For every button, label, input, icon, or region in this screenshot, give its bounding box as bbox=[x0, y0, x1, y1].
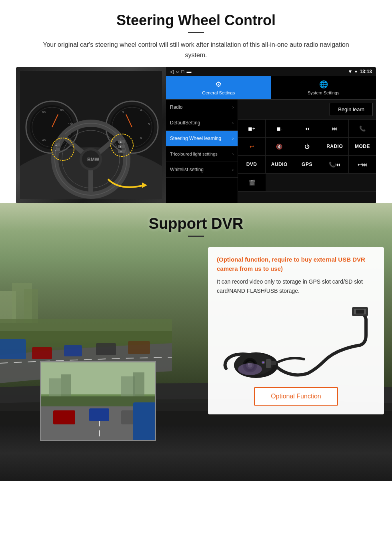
control-buttons: ◼+ ◼- ⏮ ⏭ 📞 ↩ 🔇 ⏻ RADIO MODE bbox=[238, 120, 376, 192]
mode-button[interactable]: MODE bbox=[349, 138, 376, 155]
menu-radio-label: Radio bbox=[170, 104, 182, 110]
svg-rect-65 bbox=[89, 408, 109, 421]
svg-rect-70 bbox=[356, 310, 364, 314]
svg-text:40: 40 bbox=[42, 138, 46, 142]
svg-point-80 bbox=[238, 363, 262, 375]
svg-rect-64 bbox=[53, 410, 75, 424]
dvr-optional-text: (Optional function, require to buy exter… bbox=[217, 255, 375, 273]
dvr-title-area: Support DVR bbox=[0, 203, 392, 237]
svg-text:6: 6 bbox=[140, 136, 142, 140]
phone-next-button[interactable]: ↩⏭ bbox=[349, 156, 376, 173]
menu-item-default-setting[interactable]: DefaultSetting › bbox=[166, 115, 238, 131]
svg-rect-59 bbox=[121, 376, 135, 396]
svg-rect-45 bbox=[24, 289, 38, 323]
svg-rect-49 bbox=[64, 345, 82, 356]
phone-prev-icon: 📞⏮ bbox=[329, 162, 340, 168]
settings-menu: Radio › DefaultSetting › Steering Wheel … bbox=[166, 100, 238, 203]
chevron-right-icon: › bbox=[232, 136, 234, 141]
settings-content: Begin learn ◼+ ◼- ⏮ ⏭ 📞 ↩ bbox=[238, 100, 376, 203]
tab-general-settings[interactable]: ⚙ General Settings bbox=[166, 76, 271, 99]
menu-whitelist-label: Whitelist setting bbox=[170, 167, 204, 172]
svg-text:4: 4 bbox=[140, 108, 142, 112]
svg-text:✕: ✕ bbox=[120, 150, 122, 153]
radio-button[interactable]: RADIO bbox=[321, 138, 349, 155]
steering-demo-panel: 60 80 100 120 40 3 4 5 6 2 bbox=[16, 67, 376, 203]
menu-steering-label: Steering Wheel learning bbox=[170, 136, 221, 141]
chevron-right-icon: › bbox=[232, 121, 234, 125]
svg-text:3: 3 bbox=[122, 110, 124, 114]
dvd-button[interactable]: DVD bbox=[238, 156, 266, 173]
mute-button[interactable]: 🔇 bbox=[266, 138, 293, 155]
tab-system-settings[interactable]: 🌐 System Settings bbox=[271, 76, 376, 99]
page-title: Steering Wheel Control bbox=[16, 12, 376, 29]
svg-rect-32 bbox=[56, 148, 60, 151]
svg-rect-48 bbox=[32, 347, 52, 359]
menu-item-radio[interactable]: Radio › bbox=[166, 100, 238, 115]
dvr-title-divider bbox=[188, 236, 204, 237]
tab-general-label: General Settings bbox=[202, 90, 235, 95]
vol-up-icon: ◼+ bbox=[248, 126, 256, 132]
svg-text:80: 80 bbox=[60, 108, 64, 112]
menu-nav: ▬ bbox=[187, 69, 192, 74]
gear-icon: ⚙ bbox=[215, 80, 222, 89]
dvr-preview-svg bbox=[41, 362, 156, 441]
vol-down-button[interactable]: ◼- bbox=[266, 120, 293, 137]
phone-button[interactable]: 📞 bbox=[349, 120, 376, 137]
settings-body: Radio › DefaultSetting › Steering Wheel … bbox=[166, 100, 376, 203]
title-divider bbox=[188, 32, 204, 33]
optional-function-button[interactable]: Optional Function bbox=[254, 387, 338, 406]
svg-text:●: ● bbox=[120, 146, 122, 148]
dvr-camera-svg bbox=[220, 303, 372, 379]
power-button[interactable]: ⏻ bbox=[293, 138, 321, 155]
next-track-icon: ⏭ bbox=[332, 126, 337, 132]
svg-rect-36 bbox=[118, 145, 125, 148]
svg-text:60: 60 bbox=[42, 110, 46, 114]
mode-label: MODE bbox=[355, 144, 370, 149]
ctrl-row-4: 🎬 bbox=[238, 174, 376, 192]
dvr-screen-preview bbox=[40, 361, 156, 441]
phone-next-icon: ↩⏭ bbox=[358, 162, 367, 168]
recent-nav: □ bbox=[181, 69, 184, 74]
svg-rect-82 bbox=[266, 359, 271, 368]
svg-text:5: 5 bbox=[148, 122, 150, 126]
home-nav: ○ bbox=[176, 69, 179, 74]
audio-button[interactable]: AUDIO bbox=[266, 156, 293, 173]
gps-button[interactable]: GPS bbox=[293, 156, 321, 173]
mute-icon: 🔇 bbox=[276, 144, 282, 150]
next-track-button[interactable]: ⏭ bbox=[321, 120, 349, 137]
dvr-section-title: Support DVR bbox=[0, 215, 392, 232]
menu-item-tricoloured[interactable]: Tricoloured light settings › bbox=[166, 146, 238, 162]
vol-down-icon: ◼- bbox=[276, 126, 282, 132]
prev-track-button[interactable]: ⏮ bbox=[293, 120, 321, 137]
svg-rect-57 bbox=[49, 378, 61, 396]
chevron-right-icon: › bbox=[232, 152, 234, 156]
menu-item-whitelist[interactable]: Whitelist setting › bbox=[166, 162, 238, 178]
steering-wheel-section: Steering Wheel Control Your original car… bbox=[0, 0, 392, 203]
android-statusbar: ◁ ○ □ ▬ ▼ ▾ 13:13 bbox=[166, 67, 376, 76]
signal-icon: ▼ bbox=[348, 69, 352, 74]
ctrl-row-2: ↩ 🔇 ⏻ RADIO MODE bbox=[238, 138, 376, 156]
svg-point-79 bbox=[262, 362, 264, 363]
chevron-right-icon: › bbox=[232, 105, 234, 110]
ctrl-row-3: DVD AUDIO GPS 📞⏮ ↩⏭ bbox=[238, 156, 376, 174]
svg-text:+: + bbox=[55, 144, 57, 147]
hang-up-button[interactable]: ↩ bbox=[238, 138, 266, 155]
radio-label: RADIO bbox=[326, 144, 343, 149]
tab-system-label: System Settings bbox=[308, 90, 339, 95]
phone-icon: 📞 bbox=[359, 126, 366, 132]
begin-learn-area: Begin learn bbox=[238, 100, 376, 120]
menu-default-label: DefaultSetting bbox=[170, 120, 200, 126]
begin-learn-button[interactable]: Begin learn bbox=[330, 103, 373, 116]
audio-label: AUDIO bbox=[271, 162, 288, 167]
section-subtitle: Your original car's steering wheel contr… bbox=[32, 40, 360, 60]
menu-item-steering-wheel[interactable]: Steering Wheel learning › bbox=[166, 131, 238, 146]
dvd-label: DVD bbox=[246, 162, 257, 167]
svg-text:BMW: BMW bbox=[87, 157, 100, 162]
camera-button[interactable]: 🎬 bbox=[238, 174, 266, 191]
svg-text:►: ► bbox=[120, 141, 122, 143]
dvr-description: It can record video only to storage in G… bbox=[217, 277, 375, 295]
android-ui-panel: ◁ ○ □ ▬ ▼ ▾ 13:13 ⚙ General Settings 🌐 S… bbox=[166, 67, 376, 203]
vol-up-button[interactable]: ◼+ bbox=[238, 120, 266, 137]
phone-prev-button[interactable]: 📞⏮ bbox=[321, 156, 349, 173]
ctrl-row-1: ◼+ ◼- ⏮ ⏭ 📞 bbox=[238, 120, 376, 138]
